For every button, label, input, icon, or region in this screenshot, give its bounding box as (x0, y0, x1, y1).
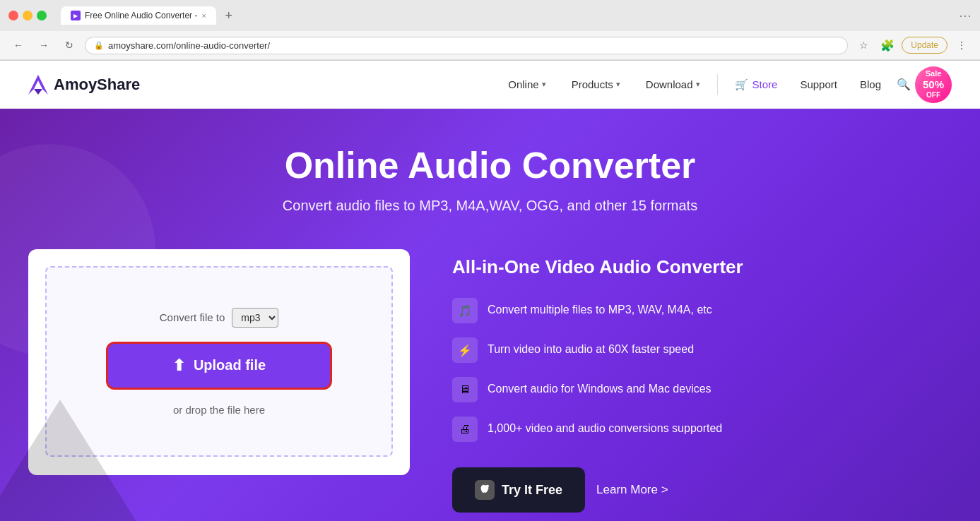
tab-favicon (71, 11, 81, 20)
address-text: amoyshare.com/online-audio-converter/ (108, 40, 270, 51)
logo[interactable]: AmoyShare (28, 75, 140, 95)
svg-marker-1 (34, 89, 42, 95)
sale-percent-text: 50% (923, 78, 944, 91)
extension-icon[interactable]: 🧩 (878, 35, 897, 55)
format-select[interactable]: mp3 m4a wav ogg flac aac (232, 308, 278, 328)
chevron-down-icon: ▾ (696, 80, 700, 89)
feature-item-3: 🖥 Convert audio for Windows and Mac devi… (452, 377, 952, 402)
logo-text: AmoyShare (54, 76, 140, 94)
navbar: AmoyShare Online ▾ Products ▾ Download ▾… (0, 61, 980, 109)
os-icon (475, 480, 495, 500)
tab-close-button[interactable]: × (201, 11, 206, 20)
feature-item-4: 🖨 1,000+ video and audio conversions sup… (452, 417, 952, 442)
chevron-down-icon: ▾ (616, 80, 620, 89)
feature-item-1: 🎵 Convert multiple files to MP3, WAV, M4… (452, 298, 952, 323)
sale-off-text: OFF (926, 91, 940, 100)
cta-row: Try It Free Learn More > (452, 467, 952, 513)
lock-icon: 🔒 (94, 41, 104, 50)
search-icon[interactable]: 🔍 (892, 73, 915, 96)
upload-icon: ⬆ (172, 357, 185, 375)
update-button[interactable]: Update (902, 37, 947, 54)
nav-divider (717, 74, 718, 95)
active-tab[interactable]: Free Online Audio Converter - × (61, 6, 216, 25)
upload-button[interactable]: ⬆ Upload file (106, 342, 332, 390)
window-controls: ⋯ (959, 8, 972, 23)
nav-store[interactable]: 🛒 Store (724, 73, 789, 97)
close-button[interactable] (8, 11, 18, 20)
refresh-button[interactable]: ↻ (59, 35, 79, 55)
address-bar[interactable]: 🔒 amoyshare.com/online-audio-converter/ (85, 37, 848, 54)
tab-title: Free Online Audio Converter - (85, 11, 197, 20)
learn-more-link[interactable]: Learn More > (596, 483, 668, 497)
apple-icon (478, 484, 491, 496)
website-content: AmoyShare Online ▾ Products ▾ Download ▾… (0, 61, 980, 521)
feature-text-3: Convert audio for Windows and Mac device… (488, 377, 712, 397)
speed-icon: ⚡ (452, 337, 478, 363)
convert-row: Convert file to mp3 m4a wav ogg flac aac (160, 308, 279, 328)
chevron-down-icon: ▾ (542, 80, 546, 89)
nav-item-online[interactable]: Online ▾ (497, 73, 557, 96)
upload-btn-label: Upload file (194, 357, 266, 373)
device-icon: 🖥 (452, 377, 478, 402)
hero-section: Online Audio Converter Convert audio fil… (0, 109, 980, 521)
convert-label: Convert file to (160, 311, 225, 323)
try-free-label: Try It Free (502, 483, 562, 498)
maximize-button[interactable] (37, 11, 47, 20)
traffic-lights (8, 11, 47, 20)
forward-button[interactable]: → (34, 35, 54, 55)
hero-content: ➜ Convert file to mp3 m4a wav ogg flac a… (28, 249, 952, 513)
features-panel: All-in-One Video Audio Converter 🎵 Conve… (452, 249, 952, 513)
features-title: All-in-One Video Audio Converter (452, 256, 952, 278)
logo-icon (28, 75, 48, 95)
nav-item-download[interactable]: Download ▾ (634, 73, 712, 96)
drop-area[interactable]: Convert file to mp3 m4a wav ogg flac aac (45, 266, 393, 457)
more-menu-button[interactable]: ⋮ (952, 35, 972, 55)
browser-toolbar: ← → ↻ 🔒 amoyshare.com/online-audio-conve… (0, 31, 980, 60)
upload-wrapper: ➜ Convert file to mp3 m4a wav ogg flac a… (28, 249, 410, 475)
hero-title: Online Audio Converter (28, 144, 952, 186)
arrow-indicator: ➜ (0, 347, 1, 377)
nav-item-products[interactable]: Products ▾ (560, 73, 632, 96)
hero-subtitle: Convert audio files to MP3, M4A,WAV, OGG… (28, 198, 952, 214)
minimize-button[interactable] (23, 11, 33, 20)
back-button[interactable]: ← (8, 35, 28, 55)
new-tab-button[interactable]: + (219, 6, 239, 25)
feature-item-2: ⚡ Turn video into audio at 60X faster sp… (452, 337, 952, 363)
feature-text-4: 1,000+ video and audio conversions suppo… (488, 417, 722, 436)
bookmark-icon[interactable]: ☆ (854, 35, 873, 55)
feature-text-1: Convert multiple files to MP3, WAV, M4A,… (488, 298, 712, 318)
feature-text-2: Turn video into audio at 60X faster spee… (488, 337, 694, 357)
conversion-icon: 🖨 (452, 417, 478, 442)
try-free-button[interactable]: Try It Free (452, 467, 585, 513)
nav-links: Online ▾ Products ▾ Download ▾ (497, 73, 711, 96)
upload-box: Convert file to mp3 m4a wav ogg flac aac (28, 249, 410, 475)
nav-support[interactable]: Support (789, 73, 849, 96)
nav-blog[interactable]: Blog (849, 73, 892, 96)
tab-bar: Free Online Audio Converter - × + (52, 6, 247, 25)
cart-icon: 🛒 (735, 78, 748, 91)
toolbar-right: ☆ 🧩 Update ⋮ (854, 35, 972, 55)
sale-top-text: Sale (926, 69, 942, 78)
sale-badge[interactable]: Sale 50% OFF (915, 66, 952, 103)
music-icon: 🎵 (452, 298, 478, 323)
drop-text: or drop the file here (173, 404, 265, 416)
